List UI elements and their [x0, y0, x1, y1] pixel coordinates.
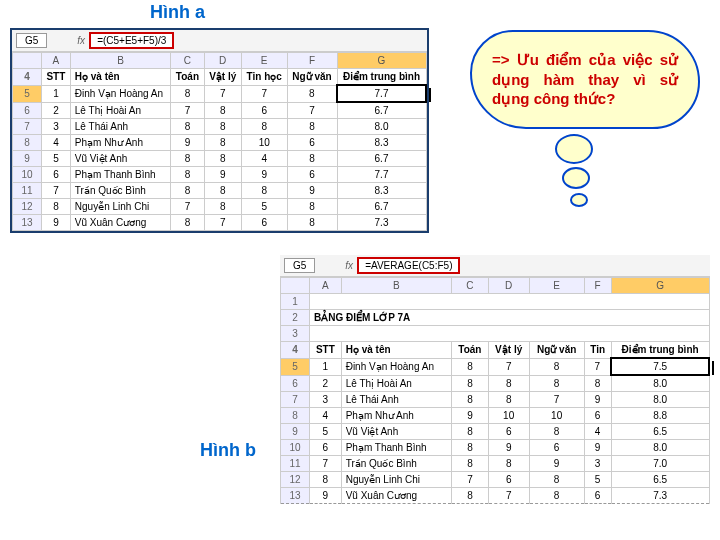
- cell[interactable]: Nguyễn Linh Chi: [70, 199, 171, 215]
- formula-input[interactable]: =AVERAGE(C5:F5): [357, 257, 460, 274]
- row-header[interactable]: 9: [13, 151, 42, 167]
- col-header[interactable]: F: [287, 53, 337, 69]
- cell[interactable]: 8: [584, 375, 611, 392]
- cell[interactable]: 8: [488, 392, 529, 408]
- grid-b[interactable]: A B C D E F G 1 2BẢNG ĐIỂM LỚP 7A 3 4 ST…: [280, 277, 710, 504]
- cell[interactable]: Nguyễn Linh Chi: [341, 472, 451, 488]
- row-header[interactable]: 11: [281, 456, 310, 472]
- cell[interactable]: 4: [310, 408, 342, 424]
- cell[interactable]: Họ và tên: [70, 69, 171, 86]
- cell[interactable]: Tin: [584, 342, 611, 359]
- row-header[interactable]: 1: [281, 294, 310, 310]
- cell[interactable]: 9: [488, 440, 529, 456]
- cell[interactable]: Đinh Vạn Hoàng An: [341, 358, 451, 375]
- cell[interactable]: 9: [171, 135, 204, 151]
- cell[interactable]: 4: [241, 151, 287, 167]
- row-header[interactable]: 6: [281, 375, 310, 392]
- cell[interactable]: 8: [204, 199, 241, 215]
- col-header[interactable]: C: [452, 278, 489, 294]
- cell[interactable]: 7: [310, 456, 342, 472]
- cell[interactable]: 6: [488, 424, 529, 440]
- cell[interactable]: 6.7: [337, 199, 426, 215]
- cell[interactable]: 3: [310, 392, 342, 408]
- cell[interactable]: Trần Quốc Bình: [70, 183, 171, 199]
- row-header[interactable]: 8: [13, 135, 42, 151]
- cell[interactable]: 9: [241, 167, 287, 183]
- cell[interactable]: 8.3: [337, 183, 426, 199]
- cell[interactable]: 8: [42, 199, 71, 215]
- cell[interactable]: 8: [452, 375, 489, 392]
- cell[interactable]: Vũ Xuân Cương: [341, 488, 451, 504]
- cell[interactable]: 7: [488, 358, 529, 375]
- corner-cell[interactable]: [281, 278, 310, 294]
- cell[interactable]: 8.0: [611, 392, 709, 408]
- cell[interactable]: 5: [42, 151, 71, 167]
- cell[interactable]: 5: [584, 472, 611, 488]
- cell[interactable]: 8: [287, 215, 337, 231]
- cell[interactable]: 8: [241, 119, 287, 135]
- cell[interactable]: 6: [241, 102, 287, 119]
- cell[interactable]: Lê Thái Anh: [70, 119, 171, 135]
- corner-cell[interactable]: [13, 53, 42, 69]
- cell[interactable]: 6: [529, 440, 584, 456]
- cell[interactable]: Lê Thị Hoài An: [70, 102, 171, 119]
- col-header[interactable]: B: [70, 53, 171, 69]
- fx-icon[interactable]: fx: [345, 260, 353, 271]
- col-header[interactable]: A: [310, 278, 342, 294]
- row-header[interactable]: 2: [281, 310, 310, 326]
- cell[interactable]: 1: [310, 358, 342, 375]
- cell[interactable]: Toán: [452, 342, 489, 359]
- cell[interactable]: 9: [204, 167, 241, 183]
- cell[interactable]: 6: [42, 167, 71, 183]
- cell[interactable]: Ngữ văn: [529, 342, 584, 359]
- row-header[interactable]: 10: [281, 440, 310, 456]
- name-box[interactable]: G5: [16, 33, 47, 48]
- cell[interactable]: 8: [287, 151, 337, 167]
- row-header[interactable]: 4: [281, 342, 310, 359]
- cell[interactable]: 8: [452, 488, 489, 504]
- cell[interactable]: 5: [310, 424, 342, 440]
- row-header[interactable]: 6: [13, 102, 42, 119]
- cell[interactable]: 8: [171, 85, 204, 102]
- cell[interactable]: 7: [584, 358, 611, 375]
- row-header[interactable]: 9: [281, 424, 310, 440]
- row-header[interactable]: 4: [13, 69, 42, 86]
- cell[interactable]: 7: [241, 85, 287, 102]
- cell[interactable]: 7.0: [611, 456, 709, 472]
- row-header[interactable]: 5: [13, 85, 42, 102]
- cell[interactable]: 7: [488, 488, 529, 504]
- cell[interactable]: 9: [584, 440, 611, 456]
- row-header[interactable]: 7: [281, 392, 310, 408]
- cell[interactable]: 9: [584, 392, 611, 408]
- cell[interactable]: 10: [529, 408, 584, 424]
- cell[interactable]: 8: [529, 488, 584, 504]
- cell[interactable]: 8: [204, 119, 241, 135]
- cell[interactable]: 7.5: [611, 358, 709, 375]
- formula-input[interactable]: =(C5+E5+F5)/3: [89, 32, 174, 49]
- cell[interactable]: 8: [171, 119, 204, 135]
- row-header[interactable]: 10: [13, 167, 42, 183]
- cell[interactable]: Toán: [171, 69, 204, 86]
- cell[interactable]: 7.7: [337, 85, 426, 102]
- cell[interactable]: 8.3: [337, 135, 426, 151]
- cell[interactable]: STT: [310, 342, 342, 359]
- cell[interactable]: 8: [452, 424, 489, 440]
- col-header[interactable]: E: [241, 53, 287, 69]
- cell[interactable]: 9: [529, 456, 584, 472]
- cell[interactable]: 6: [488, 472, 529, 488]
- cell[interactable]: 7: [452, 472, 489, 488]
- cell[interactable]: 7.3: [611, 488, 709, 504]
- cell[interactable]: 8: [241, 183, 287, 199]
- cell[interactable]: 8: [452, 392, 489, 408]
- cell[interactable]: 3: [584, 456, 611, 472]
- cell[interactable]: 8: [452, 456, 489, 472]
- cell[interactable]: 5: [241, 199, 287, 215]
- row-header[interactable]: 3: [281, 326, 310, 342]
- cell[interactable]: 8: [529, 375, 584, 392]
- cell[interactable]: Phạm Thanh Bình: [70, 167, 171, 183]
- cell[interactable]: 8: [171, 167, 204, 183]
- cell[interactable]: 8: [171, 183, 204, 199]
- row-header[interactable]: 12: [13, 199, 42, 215]
- cell[interactable]: 7: [204, 215, 241, 231]
- cell[interactable]: 1: [42, 85, 71, 102]
